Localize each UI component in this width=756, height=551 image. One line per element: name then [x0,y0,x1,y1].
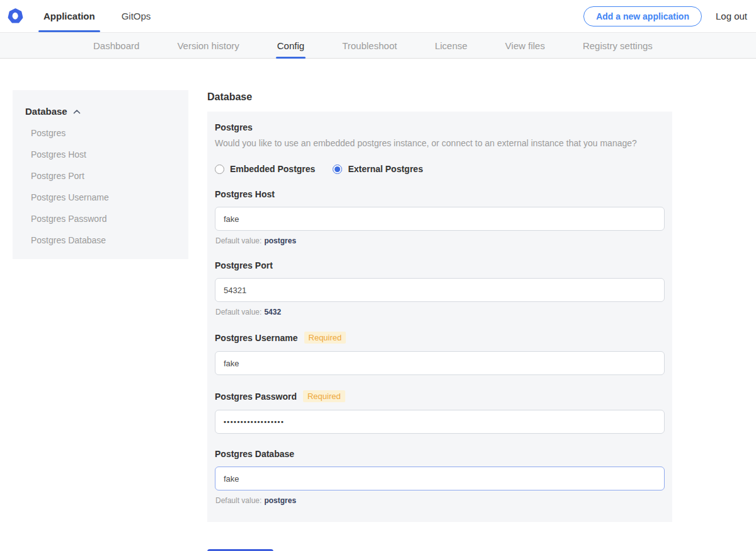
field-label: Postgres Username [215,333,298,343]
field-label: Postgres Password [215,392,297,402]
sidebar-group-database[interactable]: Database [25,106,178,117]
default-value-prefix: Default value: [215,236,261,245]
sidebar-item-postgres-host[interactable]: Postgres Host [25,149,178,160]
section-title: Database [207,91,672,103]
required-badge: Required [303,390,345,402]
top-right-actions: Add a new application Log out [583,0,747,32]
subnav-tab-version-history[interactable]: Version history [177,33,239,58]
subnav-tab-troubleshoot[interactable]: Troubleshoot [342,33,397,58]
postgres-item-label: Postgres [215,122,665,132]
config-field-postgres-password: Postgres PasswordRequired [215,390,665,434]
config-field-postgres-database: Postgres DatabaseDefault value:postgres [215,449,665,505]
sidebar-item-postgres-port[interactable]: Postgres Port [25,171,178,181]
radio-option-embedded-postgres[interactable]: Embedded Postgres [215,164,315,174]
top-tab-gitops[interactable]: GitOps [120,0,152,32]
default-value-hint: Default value:postgres [215,496,665,505]
app-subnav: DashboardVersion historyConfigTroublesho… [0,32,756,59]
sidebar-item-list: PostgresPostgres HostPostgres PortPostgr… [25,128,178,245]
chevron-up-icon [73,109,81,114]
field-label-row: Postgres Port [215,260,665,270]
sidebar-group-label: Database [25,106,67,117]
page-content: Database PostgresPostgres HostPostgres P… [0,59,756,551]
input-postgres-host[interactable] [215,207,665,231]
input-postgres-password[interactable] [215,410,665,434]
subnav-tab-config[interactable]: Config [277,33,304,58]
top-tab-application[interactable]: Application [42,0,96,32]
top-header: ApplicationGitOps Add a new application … [0,0,756,32]
default-value-prefix: Default value: [215,496,261,505]
add-new-application-button[interactable]: Add a new application [583,6,702,26]
radio-selected-icon[interactable] [333,165,342,174]
input-postgres-port[interactable] [215,278,665,302]
field-label-row: Postgres PasswordRequired [215,390,665,402]
sidebar-item-postgres[interactable]: Postgres [25,128,178,138]
logout-button[interactable]: Log out [716,11,747,21]
top-nav: ApplicationGitOps [42,0,152,32]
config-field-postgres-port: Postgres PortDefault value:5432 [215,260,665,316]
config-field-postgres-host: Postgres HostDefault value:postgres [215,189,665,245]
subnav-tab-license[interactable]: License [435,33,467,58]
default-value: postgres [264,236,296,245]
subnav-tab-view-files[interactable]: View files [505,33,545,58]
config-main: Database Postgres Would you like to use … [207,90,672,551]
default-value-hint: Default value:postgres [215,236,665,245]
sidebar-item-postgres-database[interactable]: Postgres Database [25,235,178,245]
default-value: postgres [264,496,296,505]
radio-unselected-icon[interactable] [215,165,224,174]
subnav-tab-registry-settings[interactable]: Registry settings [583,33,653,58]
config-panel: Postgres Would you like to use an embedd… [207,112,672,522]
radio-option-external-postgres[interactable]: External Postgres [333,164,423,174]
app-logo[interactable] [6,0,25,32]
app-logo-icon [6,7,25,25]
default-value-hint: Default value:5432 [215,308,665,316]
config-sidebar: Database PostgresPostgres HostPostgres P… [13,90,188,259]
subnav-tab-dashboard[interactable]: Dashboard [93,33,139,58]
field-label-row: Postgres Database [215,449,665,459]
default-value: 5432 [264,308,281,316]
field-label: Postgres Port [215,260,273,270]
config-field-postgres-username: Postgres UsernameRequired [215,332,665,375]
field-label-row: Postgres Host [215,189,665,199]
field-label: Postgres Database [215,449,294,459]
input-postgres-database[interactable] [215,467,665,490]
field-label-row: Postgres UsernameRequired [215,332,665,344]
config-fields: Postgres HostDefault value:postgresPostg… [215,189,665,505]
default-value-prefix: Default value: [215,308,261,316]
sidebar-item-postgres-username[interactable]: Postgres Username [25,192,178,202]
sidebar-item-postgres-password[interactable]: Postgres Password [25,214,178,224]
postgres-item-help: Would you like to use an embedded postgr… [215,138,665,148]
field-label: Postgres Host [215,189,275,199]
radio-option-label: External Postgres [348,164,423,174]
required-badge: Required [304,332,346,344]
input-postgres-username[interactable] [215,351,665,375]
postgres-radio-group: Embedded PostgresExternal Postgres [215,164,665,174]
radio-option-label: Embedded Postgres [230,164,315,174]
config-item-postgres: Postgres Would you like to use an embedd… [215,122,665,174]
